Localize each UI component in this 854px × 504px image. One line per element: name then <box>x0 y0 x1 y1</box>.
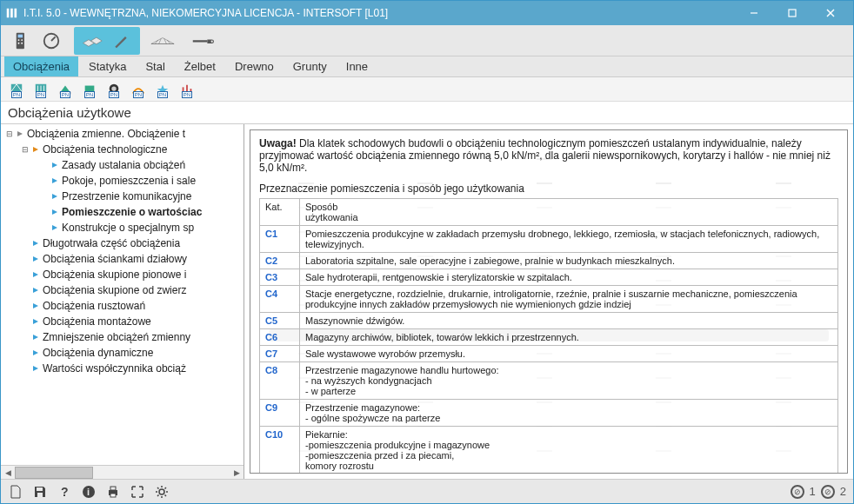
pn-tool-2[interactable]: PN <box>30 80 51 99</box>
tree-item[interactable]: Pomieszczenie o wartościac <box>1 204 244 220</box>
window-controls <box>735 1 850 25</box>
maximize-button[interactable] <box>773 1 811 25</box>
cell-kat: C9 <box>260 400 300 427</box>
gear-icon[interactable] <box>154 484 170 500</box>
tree-item[interactable]: Zmniejszenie obciążeń zmienny <box>1 329 244 345</box>
tree-item[interactable]: ⊟Obciążenia technologiczne <box>1 142 244 157</box>
truss-icon <box>150 30 175 52</box>
tree-item[interactable]: Obciążenia ściankami działowy <box>1 251 244 267</box>
tree-item[interactable]: Obciążenia dynamiczne <box>1 345 244 361</box>
tree-item[interactable]: Długotrwała część obciążenia <box>1 235 244 251</box>
scroll-track[interactable] <box>15 467 230 479</box>
menu-tab-grunty[interactable]: Grunty <box>284 56 336 76</box>
tree-label: Przestrzenie komunikacyjne <box>62 190 191 202</box>
menu-tab-drewno[interactable]: Drewno <box>226 56 283 76</box>
menu-tab-statyka[interactable]: Statyka <box>80 56 135 76</box>
help-icon[interactable]: ? <box>57 484 72 500</box>
gauge-icon <box>39 30 63 52</box>
tree-item[interactable]: Wartości współczynnika obciąż <box>1 361 244 376</box>
print-icon[interactable] <box>105 484 121 500</box>
tree-label: Obciążenia ściankami działowy <box>43 253 187 265</box>
table-row: C2Laboratoria szpitalne, sale operacyjne… <box>260 253 838 269</box>
detail-box[interactable]: Uwaga! Dla klatek schodowych budowli o o… <box>250 129 848 474</box>
scroll-right-icon[interactable]: ▶ <box>230 467 244 479</box>
tree-label: Długotrwała część obciążenia <box>43 237 180 249</box>
svg-rect-0 <box>7 9 10 18</box>
cell-desc: Magazyny archiwów, bibliotek, towarów le… <box>300 329 838 346</box>
menu-tab-inne[interactable]: Inne <box>337 56 377 76</box>
tree-item[interactable]: Pokoje, pomieszczenia i sale <box>1 173 244 189</box>
table-row: C7Sale wystawowe wyrobów przemysłu. <box>260 346 838 362</box>
svg-rect-4 <box>789 10 796 17</box>
scroll-thumb[interactable] <box>15 467 93 479</box>
pn-tool-8[interactable]: PN <box>177 80 197 99</box>
fullscreen-icon[interactable] <box>130 484 145 500</box>
app-window: I.T.I. 5.0 - WEWNĘTRZNA, NIEKOMERCYJNA L… <box>0 0 854 504</box>
tree-item[interactable]: Obciążenia rusztowań <box>1 298 244 314</box>
svg-point-23 <box>211 40 213 42</box>
tree-label: Pokoje, pomieszczenia i sale <box>62 175 196 187</box>
toolbar-group-1[interactable] <box>4 27 70 55</box>
cell-desc: Pomieszczenia produkcyjne w zakładach pr… <box>300 226 838 253</box>
status-right: ⊘1 ⊘2 <box>791 485 846 499</box>
tree-item[interactable]: Obciążenia skupione pionowe i <box>1 267 244 282</box>
tree-item[interactable]: Obciążenia montażowe <box>1 314 244 329</box>
status-indicator-1-icon: ⊘ <box>791 485 804 499</box>
table-row: C1Pomieszczenia produkcyjne w zakładach … <box>260 226 838 253</box>
pn-tool-1[interactable]: PN <box>6 80 27 99</box>
categories-table: Kat. Sposóbużytkowania C1Pomieszczenia p… <box>259 198 838 474</box>
menu-tab-żelbet[interactable]: Żelbet <box>176 56 224 76</box>
pn-tool-4[interactable]: PN <box>79 80 100 99</box>
pn-tool-7[interactable]: PN <box>152 80 173 99</box>
svg-point-12 <box>21 42 23 43</box>
tree-item[interactable]: Obciążenia skupione od zwierz <box>1 282 244 298</box>
tree-item[interactable]: ⊟Obciążenia zmienne. Obciążenie t <box>1 126 244 142</box>
tree-label: Zasady ustalania obciążeń <box>62 159 185 171</box>
info-icon[interactable]: i <box>81 484 97 500</box>
table-heading: Przeznaczenie pomieszczenia i sposób jeg… <box>259 182 838 195</box>
svg-point-9 <box>18 39 20 41</box>
calculator-icon <box>11 30 36 52</box>
tree-label: Obciążenia skupione pionowe i <box>43 269 186 281</box>
pn-tool-3[interactable]: PN <box>55 80 76 99</box>
svg-line-18 <box>155 40 158 43</box>
table-row: C3Sale hydroterapii, rentgenowskie i ste… <box>260 269 838 286</box>
app-icon <box>4 6 18 20</box>
table-row: C6Magazyny archiwów, bibliotek, towarów … <box>260 329 838 346</box>
cell-kat: C5 <box>260 313 300 329</box>
tree-item[interactable]: Przestrzenie komunikacyjne <box>1 189 244 204</box>
scroll-left-icon[interactable]: ◀ <box>1 467 15 479</box>
cell-desc: Stacje energetyczne, rozdzielnie, drukar… <box>300 286 838 313</box>
toolbar-group-2[interactable] <box>74 27 140 55</box>
wrench-beam-icon <box>192 30 217 52</box>
tree-item[interactable]: Zasady ustalania obciążeń <box>1 157 244 173</box>
table-row: C8Przestrzenie magazynowe handlu hurtowe… <box>260 362 838 400</box>
svg-rect-22 <box>193 40 208 42</box>
cell-kat: C6 <box>260 329 300 346</box>
svg-point-11 <box>18 42 20 43</box>
table-row: C5Maszynownie dźwigów. <box>260 313 838 329</box>
toolbar-group-4[interactable] <box>185 27 224 55</box>
cell-kat: C7 <box>260 346 300 362</box>
menu-tab-obciążenia[interactable]: Obciążenia <box>4 56 78 76</box>
statusbar: ? i ⊘1 ⊘2 <box>1 479 853 503</box>
titlebar: I.T.I. 5.0 - WEWNĘTRZNA, NIEKOMERCYJNA L… <box>1 1 853 25</box>
section-title: Obciążenia użytkowe <box>1 102 853 124</box>
tree[interactable]: ⊟Obciążenia zmienne. Obciążenie t⊟Obciąż… <box>1 124 244 465</box>
save-icon[interactable] <box>32 484 48 500</box>
svg-rect-43 <box>110 494 116 497</box>
pn-tool-6[interactable]: PN <box>128 80 149 99</box>
cell-desc: Sale wystawowe wyrobów przemysłu. <box>300 346 838 362</box>
close-button[interactable] <box>811 1 850 25</box>
svg-rect-36 <box>37 487 43 491</box>
menu-tab-stal[interactable]: Stal <box>137 56 173 76</box>
cell-desc: Piekarnie:-pomieszczenia produkcyjne i m… <box>300 427 838 474</box>
tree-label: Konstrukcje o specjalnym sp <box>62 222 194 234</box>
pn-tool-5[interactable]: PN <box>103 80 124 99</box>
minimize-button[interactable] <box>735 1 773 25</box>
window-title: I.T.I. 5.0 - WEWNĘTRZNA, NIEKOMERCYJNA L… <box>23 7 735 19</box>
new-file-icon[interactable] <box>8 484 23 500</box>
tree-item[interactable]: Konstrukcje o specjalnym sp <box>1 220 244 235</box>
toolbar-group-3[interactable] <box>143 27 182 55</box>
tree-horizontal-scrollbar[interactable]: ◀ ▶ <box>1 465 244 479</box>
